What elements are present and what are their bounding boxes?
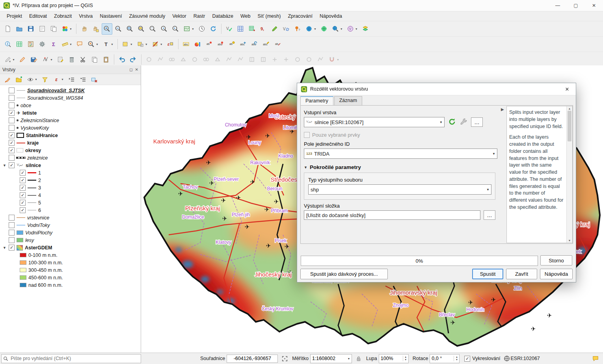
search-input[interactable] [10, 355, 141, 362]
layer-visibility-checkbox[interactable] [9, 215, 15, 221]
minimize-button[interactable]: — [549, 0, 567, 11]
layer-tree-child-row[interactable]: 100-300 m n.m. [0, 259, 141, 266]
menu-editovat[interactable]: Editovat [26, 12, 50, 20]
layer-tree-row[interactable]: ▼✓Vsilnice [0, 162, 141, 169]
layer-tree-row[interactable]: SouradnicovaSit_SJTSK [0, 87, 141, 94]
identify-features-button[interactable]: i [2, 39, 13, 50]
collapse-all-button[interactable] [78, 75, 88, 84]
rotate-label-button[interactable]: abc [249, 39, 260, 50]
iterate-over-layer-icon[interactable] [448, 117, 456, 127]
layer-tree-row[interactable]: ✓okresy [0, 147, 141, 154]
rotation-spinbox[interactable]: ▲▼ [430, 354, 460, 363]
pan-map-to-selection-button[interactable] [90, 23, 101, 35]
label-toolbar-extra-button[interactable]: ab [272, 39, 283, 50]
help-collapse-arrow[interactable]: ▶ [501, 107, 504, 111]
layer-diagram-options-button[interactable] [192, 39, 203, 50]
new-map-view-button[interactable]: ▼ [182, 23, 196, 35]
change-label-properties-button[interactable]: abc [261, 39, 272, 50]
layer-tree-child-row[interactable]: ✓5 [0, 199, 141, 206]
menu-vektor[interactable]: Vektor [169, 12, 190, 20]
output-folder-input[interactable] [304, 210, 480, 220]
scrollbar-thumb[interactable] [568, 111, 571, 141]
layer-visibility-checkbox[interactable] [9, 117, 15, 123]
locator-search[interactable] [1, 354, 141, 363]
spin-down-icon[interactable]: ▼ [404, 358, 407, 361]
layer-tree-child-row[interactable]: 0-100 m n.m. [0, 251, 141, 259]
zoom-to-selection-button[interactable] [136, 23, 147, 35]
pan-map-button[interactable] [79, 23, 89, 35]
add-layer-button[interactable] [360, 23, 371, 35]
layer-tree-row[interactable]: VodniToky [0, 221, 141, 229]
output-type-combo[interactable]: shp ▼ [308, 184, 491, 195]
spin-up-icon[interactable]: ▲ [456, 356, 458, 358]
current-edits-button[interactable]: ▼ [2, 54, 17, 65]
menu-rastr[interactable]: Rastr [190, 12, 209, 20]
layer-tree-child-row[interactable]: 300-450 m n.m. [0, 266, 141, 274]
tab-zaznam[interactable]: Záznam [334, 96, 362, 106]
toggle-editing-button[interactable] [17, 54, 28, 65]
layer-tree-row[interactable]: vrstevnice [0, 214, 141, 221]
wrench-icon[interactable] [460, 117, 468, 127]
layer-tree-child-row[interactable]: 450-600 m n.m. [0, 274, 141, 281]
scroll-up-icon[interactable]: ▲ [568, 107, 571, 110]
spin-down-icon[interactable]: ▼ [456, 358, 458, 361]
magnifier-spinbox[interactable]: ▲▼ [379, 354, 409, 363]
layer-visibility-checkbox[interactable]: ✓ [20, 200, 26, 206]
layer-tree-child-row[interactable]: ✓1 [0, 169, 141, 176]
close-window-button[interactable]: ✕ [585, 0, 603, 11]
dialog-close-button[interactable]: ✕ [558, 86, 576, 92]
layer-tree-row[interactable]: SouradnicovaSit_WGS84 [0, 94, 141, 102]
vertex-tool-button[interactable]: ▼ [40, 54, 54, 65]
input-layer-combo[interactable]: V silnice [ESRI:102067] ▼ [304, 117, 445, 127]
show-statistics-button[interactable]: Σ [48, 39, 59, 50]
crs-status[interactable]: ESRI:102067 [510, 356, 540, 361]
measure-button[interactable]: ▼ [60, 39, 74, 50]
messages-icon[interactable] [592, 355, 599, 362]
layer-tree-row[interactable]: zeleznice [0, 154, 141, 162]
expand-all-button[interactable] [67, 75, 76, 84]
manage-map-themes-button[interactable]: ▼ [25, 75, 39, 84]
delete-selected-button[interactable] [67, 54, 77, 65]
maximize-button[interactable]: ▢ [567, 0, 585, 11]
select-by-form-button[interactable]: ▼ [135, 39, 149, 50]
layout-manager-button[interactable] [48, 23, 59, 35]
panel-float-icon[interactable]: ◻ [129, 67, 132, 72]
layer-visibility-checkbox[interactable]: ✓ [9, 132, 15, 138]
layer-tree-row[interactable]: VodniPlochy [0, 229, 141, 236]
menu-nastaven-[interactable]: Nastavení [96, 12, 125, 20]
help-scrollbar[interactable]: ▲ ▼ [566, 106, 572, 243]
show-hide-labels-button[interactable]: ab [227, 39, 237, 50]
layer-tree-child-row[interactable]: ✓4 [0, 191, 141, 199]
open-layer-styling-button[interactable] [2, 75, 12, 84]
deselect-all-button[interactable]: ▼ [150, 39, 164, 50]
style-manager-button[interactable]: ▼ [60, 23, 74, 35]
filter-by-expression-button[interactable]: ε▼ [52, 75, 65, 84]
zoom-out-button[interactable] [113, 23, 124, 35]
render-toggle[interactable]: ✓ Vykreslování [464, 356, 500, 362]
layer-tree-child-row[interactable]: nad 600 m n.m. [0, 281, 141, 289]
layer-tree-child-row[interactable]: ✓3 [0, 184, 141, 191]
menu-web[interactable]: Web [237, 12, 254, 20]
menu-datab-ze[interactable]: Databáze [209, 12, 237, 20]
window-titlebar[interactable]: *IV. Příprava dat pro projekt — QGIS — ▢… [0, 0, 603, 11]
extent-icon[interactable] [281, 355, 288, 362]
layer-visibility-checkbox[interactable]: ✓ [20, 192, 26, 198]
layer-visibility-checkbox[interactable] [9, 155, 15, 161]
layer-visibility-checkbox[interactable]: ✓ [9, 140, 15, 146]
layer-tree-row[interactable]: lesy [0, 236, 141, 244]
field-calculator-button[interactable] [25, 39, 36, 50]
menu-n-pov-da[interactable]: Nápověda [316, 12, 346, 20]
globe-view-button[interactable]: ▼ [304, 23, 318, 35]
layer-visibility-checkbox[interactable]: ✓ [20, 177, 26, 183]
layer-visibility-checkbox[interactable] [9, 87, 15, 93]
layer-visibility-checkbox[interactable] [9, 230, 15, 236]
layer-visibility-checkbox[interactable] [9, 237, 15, 243]
layer-visibility-checkbox[interactable]: ✓ [20, 170, 26, 176]
expander-icon[interactable]: ▼ [2, 163, 7, 167]
paste-features-button[interactable] [101, 54, 112, 65]
tab-parametry[interactable]: Parametry [300, 96, 333, 106]
run-as-batch-button[interactable]: Spustit jako dávkový proces... [300, 269, 388, 279]
processing-toolbox-button[interactable] [37, 39, 47, 50]
layer-visibility-checkbox[interactable]: ✓ [9, 110, 15, 116]
output-folder-browse-button[interactable]: … [484, 210, 495, 220]
